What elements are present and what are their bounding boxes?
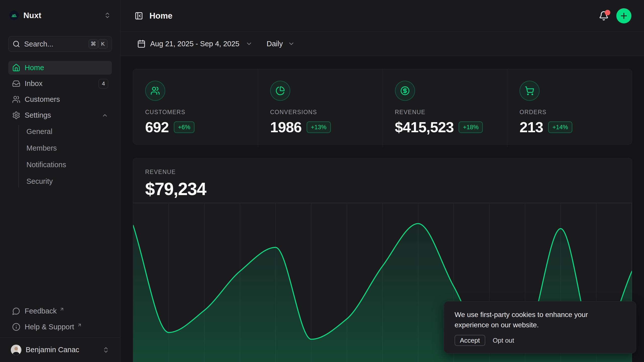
users-icon bbox=[12, 95, 20, 104]
house-icon bbox=[12, 64, 20, 72]
granularity-value: Daily bbox=[267, 40, 283, 48]
date-range-picker[interactable]: Aug 21, 2025 - Sep 4, 2025 bbox=[137, 39, 253, 48]
notification-dot bbox=[605, 10, 610, 15]
stat-label: ORDERS bbox=[519, 109, 620, 116]
search-placeholder: Search... bbox=[24, 40, 85, 48]
sidebar-item-notifications[interactable]: Notifications bbox=[26, 157, 112, 172]
inbox-count-badge: 4 bbox=[99, 79, 108, 88]
external-link-icon bbox=[59, 307, 64, 312]
sidebar-item-customers[interactable]: Customers bbox=[8, 93, 112, 106]
date-range-value: Aug 21, 2025 - Sep 4, 2025 bbox=[150, 40, 239, 48]
stat-card-conversions: CONVERSIONS 1986 +13% bbox=[258, 69, 383, 147]
help-support-link[interactable]: Help & Support bbox=[8, 320, 112, 334]
opt-out-button[interactable]: Opt out bbox=[493, 337, 514, 344]
sidebar-item-label: Inbox bbox=[25, 79, 43, 88]
sidebar-footer: Feedback Help & Support Benjamin Canac bbox=[8, 304, 112, 362]
cookie-message: We use first-party cookies to enhance yo… bbox=[455, 309, 613, 330]
sidebar-item-members[interactable]: Members bbox=[26, 141, 112, 155]
users-icon bbox=[145, 81, 165, 101]
stat-delta-badge: +14% bbox=[548, 121, 572, 133]
stat-delta-badge: +13% bbox=[307, 121, 331, 133]
revenue-chart-label: REVENUE bbox=[145, 169, 620, 175]
chevron-down-icon bbox=[246, 40, 253, 47]
sidebar-nav: Home Inbox 4 Customers Settings bbox=[8, 61, 112, 191]
chevrons-up-down-icon bbox=[102, 346, 109, 353]
sidebar-collapse-button[interactable] bbox=[135, 12, 143, 20]
plus-icon bbox=[619, 11, 628, 20]
revenue-chart-value: $79,234 bbox=[145, 179, 620, 199]
kbd-cmd: ⌘ bbox=[89, 39, 98, 49]
workspace-switcher[interactable]: Nuxt bbox=[8, 0, 112, 31]
feedback-link[interactable]: Feedback bbox=[8, 304, 112, 318]
sidebar-item-label: Home bbox=[25, 64, 44, 72]
stat-delta-badge: +6% bbox=[174, 121, 195, 133]
stat-value: 213 bbox=[519, 119, 543, 135]
sidebar-item-label: Customers bbox=[25, 95, 60, 104]
message-circle-icon bbox=[12, 307, 20, 315]
inbox-icon bbox=[12, 79, 20, 88]
sidebar-item-general[interactable]: General bbox=[26, 124, 112, 139]
filters-toolbar: Aug 21, 2025 - Sep 4, 2025 Daily bbox=[120, 32, 644, 56]
accept-button[interactable]: Accept bbox=[455, 335, 485, 346]
stat-value: $415,523 bbox=[395, 119, 454, 135]
sidebar-item-security[interactable]: Security bbox=[26, 174, 112, 189]
sidebar: Nuxt Search... ⌘ K Home Inbox 4 bbox=[0, 0, 120, 362]
stat-value: 1986 bbox=[270, 119, 302, 135]
sidebar-item-settings[interactable]: Settings bbox=[8, 108, 112, 122]
user-menu[interactable]: Benjamin Canac bbox=[8, 338, 112, 362]
feedback-label: Feedback bbox=[25, 307, 57, 315]
sidebar-item-label: Settings bbox=[25, 111, 51, 119]
calendar-icon bbox=[137, 39, 146, 48]
stat-delta-badge: +18% bbox=[459, 121, 483, 133]
stat-label: CONVERSIONS bbox=[270, 109, 371, 116]
pie-chart-icon bbox=[270, 81, 290, 101]
chevron-down-icon bbox=[288, 40, 295, 47]
external-link-icon bbox=[77, 323, 82, 328]
search-input[interactable]: Search... ⌘ K bbox=[8, 36, 112, 52]
search-icon bbox=[13, 40, 20, 48]
dollar-circle-icon bbox=[395, 81, 415, 101]
kbd-k: K bbox=[98, 39, 108, 49]
user-name: Benjamin Canac bbox=[26, 346, 98, 354]
granularity-select[interactable]: Daily bbox=[267, 40, 295, 48]
stat-label: REVENUE bbox=[395, 109, 495, 116]
notifications-button[interactable] bbox=[599, 11, 609, 21]
sidebar-item-inbox[interactable]: Inbox 4 bbox=[8, 77, 112, 90]
page-title: Home bbox=[149, 11, 173, 21]
sidebar-item-home[interactable]: Home bbox=[8, 61, 112, 75]
chevron-up-icon bbox=[102, 112, 108, 119]
stat-label: CUSTOMERS bbox=[145, 109, 246, 116]
cookie-banner: We use first-party cookies to enhance yo… bbox=[444, 301, 636, 353]
workspace-name: Nuxt bbox=[23, 11, 41, 20]
settings-sub-nav: General Members Notifications Security bbox=[8, 124, 112, 189]
stats-row: CUSTOMERS 692 +6% CONVERSIONS 1986 +13% … bbox=[133, 69, 632, 145]
stat-value: 692 bbox=[145, 119, 169, 135]
add-button[interactable] bbox=[616, 8, 631, 23]
chevrons-up-down-icon bbox=[104, 12, 111, 19]
top-navbar: Home bbox=[120, 0, 644, 32]
nuxt-logo-icon bbox=[9, 11, 19, 20]
stat-card-revenue: REVENUE $415,523 +18% bbox=[383, 69, 507, 147]
shopping-cart-icon bbox=[519, 81, 540, 101]
user-avatar bbox=[11, 345, 21, 355]
gear-icon bbox=[12, 111, 20, 119]
info-icon bbox=[12, 323, 20, 331]
stat-card-orders: ORDERS 213 +14% bbox=[507, 69, 632, 147]
help-support-label: Help & Support bbox=[25, 323, 74, 331]
stat-card-customers: CUSTOMERS 692 +6% bbox=[133, 69, 258, 147]
